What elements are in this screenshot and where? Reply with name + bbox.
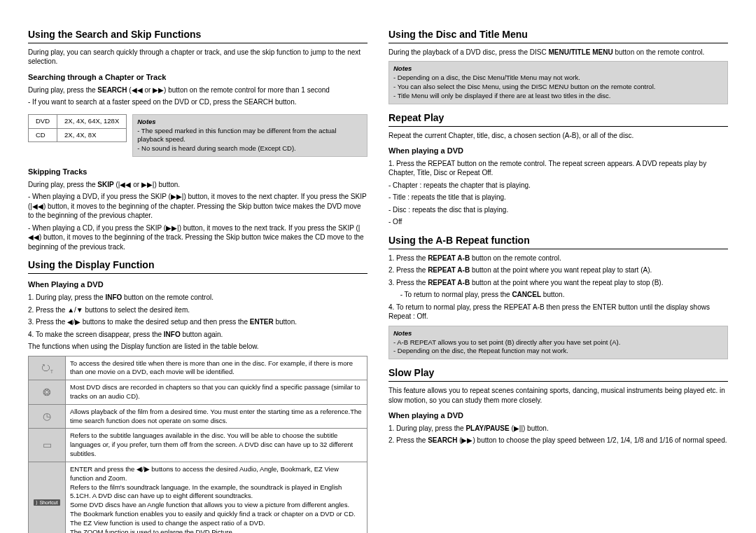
repeat-l1: 1. Press the REPEAT button on the remote…	[388, 159, 728, 178]
display-l1: 1. During play, press the INFO button on…	[28, 293, 368, 303]
subtitle-desc: Refers to the subtitle languages availab…	[66, 429, 368, 462]
slow-intro: This feature allows you to repeat scenes…	[388, 386, 728, 405]
slow-l2: 2. Press the SEARCH (▶▶) button to choos…	[388, 436, 728, 445]
speed-table: DVD2X, 4X, 64X, 128X CD2X, 4X, 8X	[28, 114, 127, 143]
display-l2: 2. Press the ▲/▼ buttons to select the d…	[28, 305, 368, 315]
search-notes: Notes - The speed marked in this functio…	[132, 114, 368, 157]
display-function-table: ⭮TTo access the desired title when there…	[28, 356, 368, 533]
ab-l3: 3. Press the REPEAT A-B button at the po…	[388, 278, 728, 288]
searching-line2: - If you want to search at a faster spee…	[28, 97, 368, 107]
section-repeat-title: Repeat Play	[388, 111, 728, 127]
ab-l3d: - To return to normal play, press the CA…	[388, 290, 728, 300]
shortcut-desc: ENTER and press the ◀/▶ buttons to acces…	[66, 462, 368, 533]
ab-l1: 1. Press the REPEAT A-B button on the re…	[388, 254, 728, 263]
searching-line1: During play, press the SEARCH (◀◀ or ▶▶)…	[28, 85, 368, 95]
repeat-l2: - Chapter : repeats the chapter that is …	[388, 181, 728, 191]
skipping-line1: During play, press the SKIP (|◀◀ or ▶▶|)…	[28, 180, 368, 190]
title-icon: ⭮T	[29, 356, 66, 380]
repeat-l5: - Off	[388, 217, 728, 227]
repeat-subhead: When playing a DVD	[388, 146, 728, 156]
disc-menu-notes: Notes - Depending on a disc, the Disc Me…	[388, 61, 728, 104]
section-disc-menu-title: Using the Disc and Title Menu	[388, 28, 728, 43]
title-desc: To access the desired title when there i…	[66, 356, 368, 380]
subtitle-icon: ▭	[29, 429, 66, 462]
manual-page: Using the Search and Skip Functions Duri…	[28, 21, 728, 533]
shortcut-icon: ⟩ Shortcut	[29, 462, 66, 533]
display-l3: 3. Press the ◀/▶ buttons to make the des…	[28, 317, 368, 327]
ab-l4: 4. To return to normal play, press the R…	[388, 303, 728, 321]
display-subhead: When Playing a DVD	[28, 279, 368, 290]
ab-l2: 2. Press the REPEAT A-B button at the po…	[388, 265, 728, 275]
section-slow-title: Slow Play	[388, 366, 728, 382]
slow-subhead: When playing a DVD	[388, 410, 728, 421]
time-desc: Allows playback of the film from a desir…	[66, 404, 368, 429]
skipping-line3: - When playing a CD, if you press the SK…	[28, 223, 368, 252]
section-display-title: Using the Display Function	[28, 258, 368, 274]
skipping-line2: - When playing a DVD, if you press the S…	[28, 192, 368, 221]
chapter-desc: Most DVD discs are recorded in chapters …	[66, 380, 368, 405]
display-funcs-intro: The functions when using the Display fun…	[28, 342, 368, 352]
repeat-intro: Repeat the current Chapter, title, disc,…	[388, 131, 728, 141]
search-skip-intro: During play, you can search quickly thro…	[28, 48, 368, 67]
time-icon: ◷	[29, 404, 66, 429]
chapter-icon: ❂	[29, 380, 66, 405]
left-column: Using the Search and Skip Functions Duri…	[28, 21, 368, 533]
section-ab-title: Using the A-B Repeat function	[388, 234, 728, 249]
ab-notes: Notes - A-B REPEAT allows you to set poi…	[388, 326, 728, 359]
skipping-subhead: Skipping Tracks	[28, 167, 368, 177]
display-l4: 4. To make the screen disappear, press t…	[28, 330, 368, 340]
slow-l1: 1. During play, press the PLAY/PAUSE (▶|…	[388, 424, 728, 434]
disc-menu-intro: During the playback of a DVD disc, press…	[388, 48, 728, 57]
speed-and-notes: DVD2X, 4X, 64X, 128X CD2X, 4X, 8X Notes …	[28, 110, 368, 161]
right-column: Using the Disc and Title Menu During the…	[388, 21, 728, 533]
section-search-skip-title: Using the Search and Skip Functions	[28, 28, 368, 43]
repeat-l3: - Title : repeats the title that is play…	[388, 193, 728, 202]
repeat-l4: - Disc : repeats the disc that is playin…	[388, 205, 728, 215]
searching-subhead: Searching through a Chapter or Track	[28, 72, 368, 83]
